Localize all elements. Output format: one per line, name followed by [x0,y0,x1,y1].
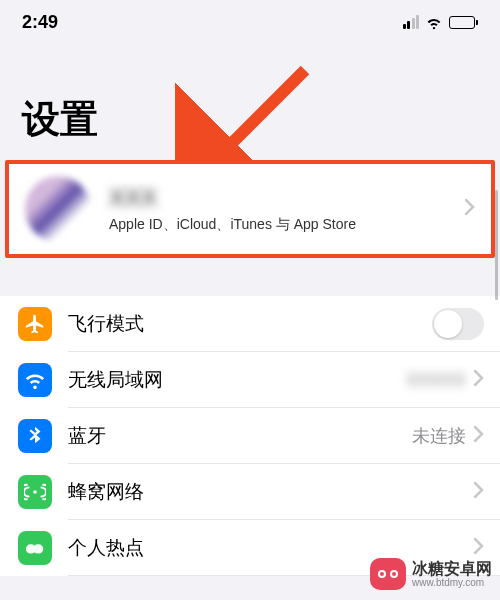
profile-name: XXX [109,184,465,212]
watermark-name: 冰糖安卓网 [412,560,492,578]
cellular-signal-icon [403,15,420,29]
airplane-icon [18,307,52,341]
chevron-right-icon [474,370,484,390]
cellular-row[interactable]: 蜂窝网络 [0,464,500,520]
battery-icon [449,16,478,29]
scrollbar[interactable] [495,190,498,300]
settings-list: 飞行模式 无线局域网 XXXXX 蓝牙 未连接 蜂窝网络 [0,296,500,576]
status-indicators [403,13,479,31]
watermark: 冰糖安卓网 www.btdmy.com [370,558,492,590]
airplane-toggle[interactable] [432,308,484,340]
bluetooth-icon [18,419,52,453]
row-label: 蜂窝网络 [68,479,474,505]
status-bar: 2:49 [0,0,500,44]
wifi-network-value: XXXXX [406,370,466,391]
wifi-settings-icon [18,363,52,397]
row-label: 蓝牙 [68,423,412,449]
chevron-right-icon [474,538,484,558]
airplane-mode-row[interactable]: 飞行模式 [0,296,500,352]
wifi-row[interactable]: 无线局域网 XXXXX [0,352,500,408]
bluetooth-row[interactable]: 蓝牙 未连接 [0,408,500,464]
chevron-right-icon [465,199,475,219]
chevron-right-icon [474,426,484,446]
hotspot-icon [18,531,52,565]
watermark-logo-icon [370,558,406,590]
wifi-icon [425,13,443,31]
profile-subtitle: Apple ID、iCloud、iTunes 与 App Store [109,216,465,234]
page-title: 设置 [0,44,500,160]
svg-point-2 [33,490,37,494]
cellular-icon [18,475,52,509]
row-label: 无线局域网 [68,367,406,393]
row-label: 飞行模式 [68,311,432,337]
avatar [25,176,91,242]
watermark-url: www.btdmy.com [412,577,492,588]
apple-id-row[interactable]: XXX Apple ID、iCloud、iTunes 与 App Store [5,160,495,258]
bluetooth-status-value: 未连接 [412,424,466,448]
status-time: 2:49 [22,12,58,33]
chevron-right-icon [474,482,484,502]
